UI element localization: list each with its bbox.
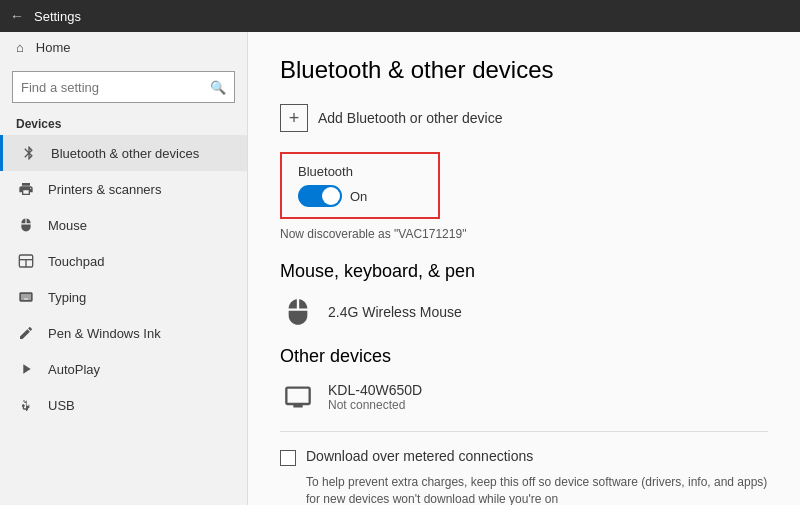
sidebar-item-pen-label: Pen & Windows Ink <box>48 326 161 341</box>
sidebar-item-mouse[interactable]: Mouse <box>0 207 247 243</box>
tv-device-name: KDL-40W650D <box>328 382 422 398</box>
touchpad-icon <box>16 251 36 271</box>
mouse-device-icon <box>280 294 316 330</box>
sidebar-item-printers-label: Printers & scanners <box>48 182 161 197</box>
title-bar-text: Settings <box>34 9 81 24</box>
sidebar-item-usb-label: USB <box>48 398 75 413</box>
add-device-row[interactable]: + Add Bluetooth or other device <box>280 104 768 132</box>
add-device-button[interactable]: + <box>280 104 308 132</box>
tv-device-status: Not connected <box>328 398 422 412</box>
bluetooth-toggle[interactable] <box>298 185 342 207</box>
bluetooth-icon <box>19 143 39 163</box>
add-device-label: Add Bluetooth or other device <box>318 110 502 126</box>
bluetooth-card-title: Bluetooth <box>298 164 422 179</box>
title-bar: ← Settings <box>0 0 800 32</box>
download-label: Download over metered connections <box>306 448 533 464</box>
sidebar-item-bluetooth-label: Bluetooth & other devices <box>51 146 199 161</box>
toggle-label: On <box>350 189 367 204</box>
sidebar-home-label: Home <box>36 40 71 55</box>
mouse-device-info: 2.4G Wireless Mouse <box>328 304 462 320</box>
mouse-device-name: 2.4G Wireless Mouse <box>328 304 462 320</box>
main-layout: ⌂ Home 🔍 Devices Bluetooth & other devic… <box>0 32 800 505</box>
back-button[interactable]: ← <box>10 8 24 24</box>
mouse-icon <box>16 215 36 235</box>
toggle-row: On <box>298 185 422 207</box>
sidebar-item-touchpad[interactable]: Touchpad <box>0 243 247 279</box>
search-icon: 🔍 <box>210 80 226 95</box>
sidebar-section-label: Devices <box>0 111 247 135</box>
sidebar-item-touchpad-label: Touchpad <box>48 254 104 269</box>
sidebar-item-typing-label: Typing <box>48 290 86 305</box>
sidebar-item-mouse-label: Mouse <box>48 218 87 233</box>
download-description: To help prevent extra charges, keep this… <box>306 474 768 505</box>
section-title-mouse: Mouse, keyboard, & pen <box>280 261 768 282</box>
printer-icon <box>16 179 36 199</box>
pen-icon <box>16 323 36 343</box>
sidebar-item-printers[interactable]: Printers & scanners <box>0 171 247 207</box>
search-input[interactable] <box>21 80 204 95</box>
device-row-mouse: 2.4G Wireless Mouse <box>280 294 768 330</box>
device-row-tv: KDL-40W650D Not connected <box>280 379 768 415</box>
download-row: Download over metered connections <box>280 448 768 466</box>
section-title-other: Other devices <box>280 346 768 367</box>
content-area: Bluetooth & other devices + Add Bluetoot… <box>248 32 800 505</box>
page-title: Bluetooth & other devices <box>280 56 768 84</box>
usb-icon <box>16 395 36 415</box>
sidebar: ⌂ Home 🔍 Devices Bluetooth & other devic… <box>0 32 248 505</box>
tv-device-info: KDL-40W650D Not connected <box>328 382 422 412</box>
sidebar-item-usb[interactable]: USB <box>0 387 247 423</box>
download-checkbox[interactable] <box>280 450 296 466</box>
sidebar-item-autoplay-label: AutoPlay <box>48 362 100 377</box>
home-icon: ⌂ <box>16 40 24 55</box>
tv-device-icon <box>280 379 316 415</box>
sidebar-item-home[interactable]: ⌂ Home <box>0 32 247 63</box>
discoverable-text: Now discoverable as "VAC171219" <box>280 227 768 241</box>
sidebar-item-typing[interactable]: Typing <box>0 279 247 315</box>
typing-icon <box>16 287 36 307</box>
autoplay-icon <box>16 359 36 379</box>
sidebar-item-autoplay[interactable]: AutoPlay <box>0 351 247 387</box>
sidebar-item-bluetooth[interactable]: Bluetooth & other devices <box>0 135 247 171</box>
sidebar-search-box[interactable]: 🔍 <box>12 71 235 103</box>
bluetooth-card: Bluetooth On <box>280 152 440 219</box>
divider <box>280 431 768 432</box>
sidebar-item-pen[interactable]: Pen & Windows Ink <box>0 315 247 351</box>
